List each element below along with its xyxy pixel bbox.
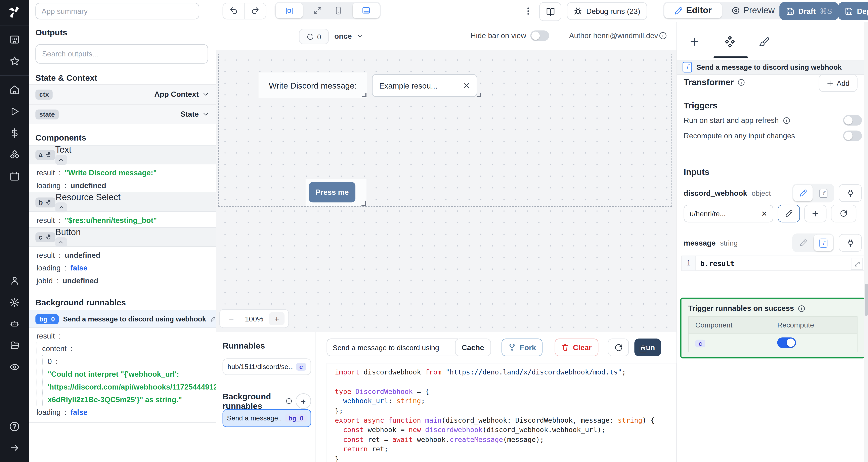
message-expression-editor[interactable]: 1 b.result — [682, 256, 865, 271]
canvas-zoom-bar: − 100% + — [219, 309, 289, 328]
collapse-chevron-up[interactable] — [56, 202, 67, 212]
transformer-title: Transformer — [684, 77, 745, 88]
settings-components-tab[interactable] — [720, 32, 739, 51]
connect-plug-button[interactable] — [839, 234, 862, 252]
align-center-button[interactable] — [276, 3, 303, 18]
add-resource-button[interactable] — [804, 205, 827, 222]
favorites-star-icon[interactable] — [0, 51, 29, 72]
expr-mode-f-button[interactable]: f — [814, 234, 833, 251]
info-icon[interactable] — [659, 32, 667, 40]
resource-input[interactable]: u/henri/te... ✕ — [684, 205, 773, 222]
active-tab-underline — [713, 57, 748, 58]
ctx-row[interactable]: ctx App Context — [29, 84, 216, 104]
settings-gear-icon[interactable] — [0, 292, 29, 313]
resource-select-component[interactable]: Example resou... ✕ — [372, 74, 477, 97]
zoom-out-button[interactable]: − — [224, 312, 239, 325]
runnable-item-c[interactable]: hub/1511/discord/se... c — [223, 358, 311, 375]
press-me-button[interactable]: Press me — [309, 182, 355, 202]
zoom-in-button[interactable]: + — [269, 312, 284, 325]
search-outputs-input[interactable] — [35, 44, 208, 63]
app-summary-input[interactable] — [35, 3, 199, 20]
chevron-down-icon[interactable] — [202, 91, 209, 98]
audit-eye-icon[interactable] — [0, 356, 29, 378]
deploy-button[interactable]: Deploy — [838, 2, 868, 20]
collapse-arrow-icon[interactable] — [0, 437, 29, 459]
edit-pencil-icon[interactable] — [211, 316, 217, 322]
bg0-header-row[interactable]: bg_0 Send a message to discord using web… — [29, 310, 216, 328]
draft-button[interactable]: Draft⌘S — [779, 2, 839, 20]
copy-clipboard-icon[interactable] — [638, 344, 648, 354]
expr-mode-f-button[interactable]: f — [814, 185, 833, 201]
windmill-logo[interactable] — [7, 5, 22, 22]
desktop-view-button[interactable] — [352, 3, 380, 18]
editor-refresh-button[interactable] — [608, 338, 629, 356]
hide-bar-toggle[interactable] — [530, 31, 549, 41]
text-component[interactable]: Write Discord message: — [258, 72, 367, 98]
clear-select-icon[interactable]: ✕ — [463, 80, 470, 91]
component-header-c[interactable]: c Button — [29, 227, 216, 246]
resize-handle[interactable] — [362, 201, 366, 206]
button-component-card[interactable]: Press me — [306, 179, 367, 206]
static-mode-pencil-button[interactable] — [793, 234, 812, 251]
add-transformer-button[interactable]: Add — [819, 74, 858, 92]
undo-button[interactable] — [223, 3, 244, 19]
refresh-count-button[interactable]: 0 — [299, 29, 329, 44]
cache-button[interactable]: Cache — [455, 338, 491, 356]
eye-icon — [731, 6, 740, 15]
clear-button[interactable]: Clear — [555, 338, 598, 356]
panel-scrollbar[interactable] — [864, 22, 868, 462]
collapse-chevron-up[interactable] — [55, 237, 67, 247]
users-icon[interactable] — [0, 270, 29, 291]
bg-runnable-item[interactable]: Send a message... bg_0 — [223, 409, 311, 427]
resize-handle[interactable] — [476, 93, 481, 97]
theme-brush-tab[interactable] — [754, 32, 773, 51]
resize-handle[interactable] — [362, 93, 367, 97]
folders-icon[interactable] — [0, 335, 29, 356]
state-row[interactable]: state State — [29, 104, 216, 124]
success-recompute-toggle[interactable] — [777, 337, 796, 348]
tab-editor[interactable]: Editor — [664, 3, 722, 18]
fork-button[interactable]: Fork — [501, 338, 543, 356]
info-icon[interactable] — [798, 305, 806, 312]
collapse-chevron-up[interactable] — [55, 155, 67, 165]
variables-dollar-icon[interactable] — [0, 122, 29, 144]
component-header-a[interactable]: a Text — [29, 145, 216, 164]
clear-resource-icon[interactable]: ✕ — [761, 209, 767, 218]
plus-icon — [827, 79, 834, 87]
static-mode-pencil-button[interactable] — [793, 185, 812, 201]
docs-book-button[interactable] — [539, 2, 561, 21]
function-icon: f — [683, 62, 692, 72]
component-header-b[interactable]: b Resource Select — [29, 193, 216, 212]
mobile-view-button[interactable] — [324, 3, 351, 18]
code-editor[interactable]: import discordwebhook from "https://deno… — [327, 363, 677, 462]
debug-runs-button[interactable]: Debug runs (23) — [567, 2, 647, 20]
apps-nav-icon[interactable] — [0, 29, 29, 50]
add-bg-runnable-button[interactable]: + — [296, 393, 311, 409]
runnable-name-input[interactable] — [327, 338, 462, 356]
more-menu-kebab-icon[interactable] — [523, 5, 533, 20]
expand-editor-button[interactable] — [851, 258, 863, 270]
schedules-calendar-icon[interactable] — [0, 165, 29, 187]
home-icon[interactable] — [0, 79, 29, 101]
run-mode-select[interactable]: once — [334, 29, 364, 43]
edit-resource-button[interactable] — [778, 205, 800, 222]
connect-plug-button[interactable] — [839, 184, 862, 202]
runs-play-icon[interactable] — [0, 101, 29, 122]
info-icon[interactable] — [738, 78, 745, 86]
info-icon[interactable] — [286, 398, 292, 404]
redo-button[interactable] — [244, 3, 266, 19]
recompute-toggle[interactable] — [843, 131, 862, 141]
tab-preview[interactable]: Preview — [723, 3, 783, 18]
field-message: message string f — [684, 233, 862, 253]
insert-component-tab[interactable] — [685, 32, 704, 51]
app-canvas[interactable]: Write Discord message: Example resou... … — [216, 50, 676, 332]
scrollbar-thumb[interactable] — [865, 284, 868, 316]
chevron-down-icon[interactable] — [202, 111, 209, 118]
resources-cubes-icon[interactable] — [0, 144, 29, 165]
refresh-resources-button[interactable] — [831, 205, 856, 222]
run-on-start-toggle[interactable] — [843, 115, 862, 126]
workers-robot-icon[interactable] — [0, 313, 29, 334]
help-icon[interactable] — [0, 416, 29, 437]
editor-preview-tabs: Editor Preview — [663, 2, 784, 19]
info-icon[interactable] — [783, 117, 790, 124]
